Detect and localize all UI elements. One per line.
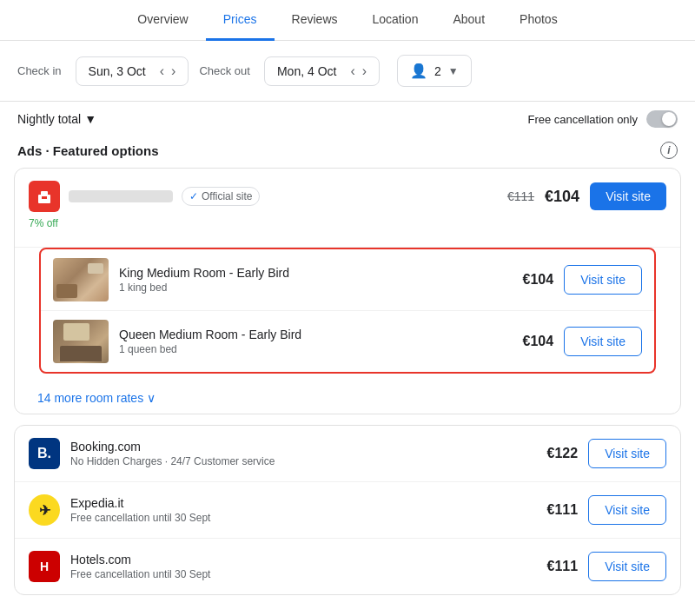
- more-rates-chevron-icon: ∨: [147, 391, 156, 405]
- provider-right: €111 €104 Visit site: [507, 182, 666, 210]
- king-room-name: King Medium Room - Early Bird: [119, 266, 513, 280]
- official-site-label: Official site: [202, 190, 252, 202]
- svg-rect-1: [41, 191, 48, 196]
- expedia-provider-row: ✈ Expedia.it Free cancellation until 30 …: [15, 482, 680, 539]
- tab-photos[interactable]: Photos: [502, 0, 575, 41]
- queen-room-price: €104: [523, 334, 554, 349]
- hotels-visit-button[interactable]: Visit site: [588, 552, 666, 581]
- hotels-icon: H: [29, 551, 60, 582]
- nightly-total-label: Nightly total: [17, 112, 81, 126]
- free-cancel-label: Free cancellation only: [528, 113, 638, 126]
- checkout-date-input[interactable]: Mon, 4 Oct ‹ ›: [264, 56, 380, 86]
- ads-section-header: Ads · Featured options i: [0, 136, 695, 168]
- nightly-total-filter[interactable]: Nightly total ▼: [17, 112, 96, 126]
- booking-name: Booking.com: [70, 440, 537, 454]
- booking-provider-row: B. Booking.com No Hidden Charges · 24/7 …: [15, 426, 680, 482]
- more-rates-label: 14 more room rates: [37, 391, 143, 405]
- controls-bar: Check in Sun, 3 Oct ‹ › Check out Mon, 4…: [0, 41, 695, 102]
- hotels-provider-row: H Hotels.com Free cancellation until 30 …: [15, 539, 680, 594]
- hotels-price-right: €111 Visit site: [547, 552, 666, 581]
- more-rates-button[interactable]: 14 more room rates ∨: [25, 382, 670, 414]
- expedia-price-right: €111 Visit site: [547, 495, 666, 525]
- expedia-price: €111: [547, 502, 579, 518]
- checkin-date-nav: ‹ ›: [160, 64, 176, 78]
- checkout-next-button[interactable]: ›: [362, 64, 367, 78]
- booking-subtitle: No Hidden Charges · 24/7 Customer servic…: [70, 455, 537, 467]
- featured-new-price: €104: [545, 188, 579, 206]
- filter-bar: Nightly total ▼ Free cancellation only: [0, 102, 695, 136]
- tab-location[interactable]: Location: [355, 0, 436, 41]
- guest-count: 2: [434, 64, 441, 78]
- checkin-next-button[interactable]: ›: [171, 64, 175, 78]
- expedia-subtitle: Free cancellation until 30 Sept: [70, 512, 537, 524]
- checkin-date-input[interactable]: Sun, 3 Oct ‹ ›: [76, 56, 189, 86]
- nightly-total-chevron-icon: ▼: [84, 112, 96, 126]
- queen-room-thumbnail: [53, 320, 109, 363]
- checkout-prev-button[interactable]: ‹: [350, 64, 354, 78]
- king-room-price: €104: [523, 272, 554, 288]
- king-room-info: King Medium Room - Early Bird 1 king bed: [119, 266, 513, 294]
- hotels-subtitle: Free cancellation until 30 Sept: [70, 568, 537, 580]
- ads-info-icon[interactable]: i: [660, 142, 678, 159]
- tab-prices[interactable]: Prices: [206, 0, 275, 41]
- king-room-price-right: €104 Visit site: [523, 265, 642, 295]
- checkin-label: Check in: [17, 64, 62, 77]
- queen-room-price-right: €104 Visit site: [523, 327, 642, 356]
- expedia-icon: ✈: [29, 494, 60, 526]
- checkout-date-value: Mon, 4 Oct: [277, 64, 336, 78]
- checkout-label: Check out: [199, 64, 250, 77]
- tab-overview[interactable]: Overview: [120, 0, 205, 41]
- room-rates-wrapper: King Medium Room - Early Bird 1 king bed…: [15, 248, 680, 414]
- booking-price: €122: [547, 446, 579, 461]
- guest-chevron-icon: ▼: [448, 65, 459, 77]
- queen-room-visit-button[interactable]: Visit site: [564, 327, 642, 356]
- guest-selector[interactable]: 👤 2 ▼: [397, 55, 472, 87]
- tab-about[interactable]: About: [435, 0, 502, 41]
- booking-price-right: €122 Visit site: [547, 439, 666, 468]
- ads-section-title: Ads · Featured options: [17, 143, 159, 158]
- featured-provider-row: ✓ Official site €111 €104 Visit site 7% …: [15, 169, 680, 248]
- hotels-price: €111: [547, 559, 579, 574]
- booking-visit-button[interactable]: Visit site: [588, 439, 666, 468]
- checkin-date-value: Sun, 3 Oct: [89, 64, 146, 78]
- booking-icon: B.: [29, 438, 60, 469]
- queen-room-name: Queen Medium Room - Early Bird: [119, 328, 513, 341]
- king-room-bed: 1 king bed: [119, 282, 513, 294]
- other-providers-card: B. Booking.com No Hidden Charges · 24/7 …: [14, 425, 681, 595]
- hotel-logo-icon: [36, 188, 53, 205]
- svg-rect-3: [44, 196, 47, 199]
- tab-reviews[interactable]: Reviews: [275, 0, 355, 41]
- king-room-thumbnail: [53, 258, 109, 301]
- check-icon: ✓: [189, 190, 198, 202]
- expedia-visit-button[interactable]: Visit site: [588, 495, 666, 525]
- room-rate-row: Queen Medium Room - Early Bird 1 queen b…: [41, 311, 654, 372]
- room-rates-container: King Medium Room - Early Bird 1 king bed…: [39, 248, 656, 374]
- official-site-badge: ✓ Official site: [182, 187, 260, 206]
- hotels-name: Hotels.com: [70, 553, 537, 566]
- svg-rect-2: [42, 196, 44, 199]
- booking-info: Booking.com No Hidden Charges · 24/7 Cus…: [70, 440, 537, 467]
- featured-visit-site-button[interactable]: Visit site: [590, 182, 666, 210]
- expedia-name: Expedia.it: [70, 496, 537, 510]
- provider-top-row: ✓ Official site €111 €104 Visit site: [29, 181, 666, 212]
- provider-left: ✓ Official site: [29, 181, 260, 212]
- king-room-visit-button[interactable]: Visit site: [564, 265, 642, 295]
- featured-provider-logo: [29, 181, 60, 212]
- expedia-info: Expedia.it Free cancellation until 30 Se…: [70, 496, 537, 524]
- featured-old-price: €111: [507, 189, 534, 203]
- provider-name-placeholder: [69, 190, 173, 202]
- queen-room-info: Queen Medium Room - Early Bird 1 queen b…: [119, 328, 513, 355]
- checkin-prev-button[interactable]: ‹: [160, 64, 164, 78]
- discount-badge: 7% off: [29, 217, 666, 229]
- guest-icon: 👤: [410, 63, 427, 79]
- checkout-date-nav: ‹ ›: [350, 64, 367, 78]
- free-cancel-filter: Free cancellation only: [528, 110, 678, 128]
- room-rate-row: King Medium Room - Early Bird 1 king bed…: [41, 249, 654, 311]
- featured-hotel-card: ✓ Official site €111 €104 Visit site 7% …: [14, 168, 681, 414]
- nav-tabs: Overview Prices Reviews Location About P…: [0, 0, 695, 41]
- queen-room-bed: 1 queen bed: [119, 343, 513, 355]
- free-cancel-toggle[interactable]: [646, 110, 678, 128]
- hotels-info: Hotels.com Free cancellation until 30 Se…: [70, 553, 537, 580]
